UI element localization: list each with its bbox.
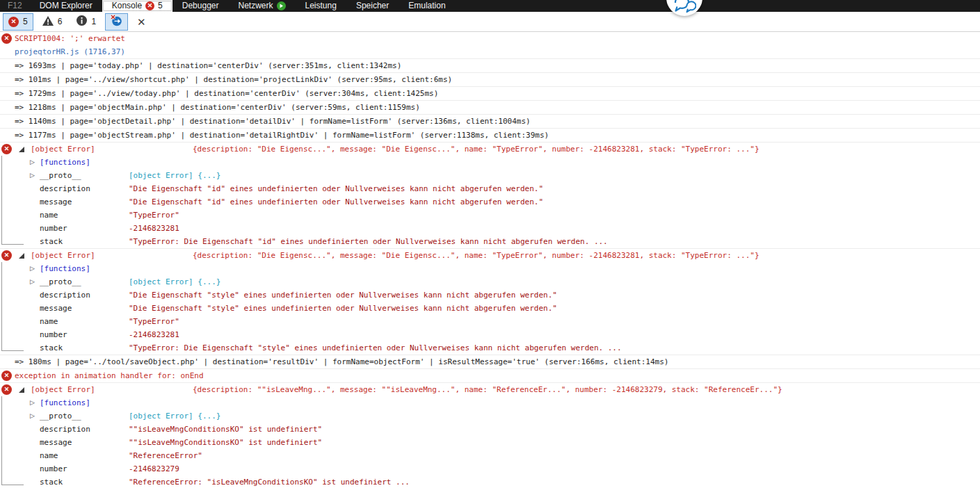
property-name: number — [40, 222, 129, 235]
console-log-row: => 1140ms | page='objectDetail.php' | de… — [0, 115, 980, 128]
property-value: ""isLeaveMngConditionsKO" ist undefinier… — [129, 438, 322, 447]
error-badge-icon: ✕ — [145, 1, 154, 10]
property-value: "TypeError" — [129, 211, 179, 220]
console-entry: ✕[object Error]{description: "Die Eigens… — [0, 143, 980, 249]
object-error-label: [object Error] — [31, 383, 193, 396]
info-filter-button[interactable]: 1 — [71, 13, 102, 31]
property-value: "Die Eigenschaft "id" eines undefinierte… — [129, 197, 543, 206]
console-log-text: => 1218ms | page='objectMain.php' | dest… — [0, 101, 980, 114]
console-log-text: => 1177ms | page='objectStream.php' | de… — [0, 129, 980, 142]
property-name: __proto__ — [40, 275, 129, 288]
object-property-row: name"TypeError" — [0, 209, 980, 222]
console-error-message: SCRIPT1004: ';' erwartet — [0, 32, 980, 45]
clear-on-navigate-icon — [111, 15, 122, 29]
object-property-row: message"Die Eigenschaft "id" eines undef… — [0, 195, 980, 209]
console-log-row: => 1729ms | page='../view/today.php' | d… — [0, 87, 980, 100]
error-object-children: ▷[functions]▷__proto__[object Error] {..… — [0, 156, 980, 248]
property-value: "ReferenceError" — [129, 451, 202, 460]
console-source-row: projeqtorHR.js (1716,37) — [0, 45, 980, 58]
console-entry: => 180ms | page='../tool/saveObject.php'… — [0, 355, 980, 369]
tab-dom-explorer[interactable]: DOM Explorer — [30, 0, 102, 12]
property-name: [functions] — [40, 156, 129, 169]
console-log-text: => 1729ms | page='../view/today.php' | d… — [0, 87, 980, 100]
property-value: [object Error] {...} — [129, 277, 220, 286]
property-name: description — [40, 288, 129, 302]
warning-icon — [42, 16, 54, 28]
collapse-arrow-icon[interactable]: ▷ — [30, 262, 35, 275]
collapse-arrow-icon[interactable]: ▷ — [30, 156, 35, 169]
object-property-row: number-2146823281 — [0, 328, 980, 341]
property-value: -2146823279 — [129, 464, 179, 473]
console-log-row: => 180ms | page='../tool/saveObject.php'… — [0, 355, 980, 368]
expand-arrow-icon[interactable] — [19, 387, 24, 393]
console-entry: => 1140ms | page='objectDetail.php' | de… — [0, 115, 980, 129]
error-icon: ✕ — [1, 33, 12, 44]
object-property-row: number-2146823281 — [0, 222, 980, 235]
devtools-tabbar: F12DOM ExplorerKonsole✕5DebuggerNetzwerk… — [0, 0, 980, 12]
object-property-row: stack"ReferenceError: "isLeaveMngConditi… — [0, 475, 980, 488]
collapse-arrow-icon[interactable]: ▷ — [30, 169, 35, 182]
object-property-row: description"Die Eigenschaft "style" eine… — [0, 288, 980, 302]
warning-filter-button[interactable]: 6 — [37, 13, 68, 31]
console-log-row: => 1177ms | page='objectStream.php' | de… — [0, 129, 980, 142]
console-entry: => 1177ms | page='objectStream.php' | de… — [0, 129, 980, 143]
tab-label: Speicher — [356, 0, 389, 12]
collapse-arrow-icon[interactable]: ▷ — [30, 396, 35, 409]
console-error-row: ✕exception in animation handler for: onE… — [0, 369, 980, 382]
error-icon: ✕ — [8, 17, 19, 27]
console-log-text: => 1140ms | page='objectDetail.php' | de… — [0, 115, 980, 128]
tab-label: Debugger — [182, 0, 219, 12]
tab-label: Netzwerk — [238, 0, 273, 12]
tab-speicher[interactable]: Speicher — [346, 0, 399, 12]
tab-emulation[interactable]: Emulation — [399, 0, 455, 12]
error-object-header: ✕[object Error]{description: ""isLeaveMn… — [0, 383, 980, 396]
tab-label: F12 — [8, 0, 22, 12]
property-value: "TypeError: Die Eigenschaft "style" eine… — [129, 343, 622, 352]
tab-konsole[interactable]: Konsole✕5 — [102, 0, 172, 12]
error-icon: ✕ — [1, 371, 12, 381]
object-property-row: number-2146823279 — [0, 462, 980, 475]
property-name: stack — [40, 341, 129, 355]
console-entry: ✕[object Error]{description: "Die Eigens… — [0, 249, 980, 355]
tab-label: Konsole — [112, 0, 142, 12]
object-error-preview: {description: "Die Eigensc...", message:… — [193, 251, 760, 260]
error-object-header: ✕[object Error]{description: "Die Eigens… — [0, 249, 980, 262]
error-object-header: ✕[object Error]{description: "Die Eigens… — [0, 143, 980, 156]
console-entry: => 1729ms | page='../view/today.php' | d… — [0, 87, 980, 101]
info-icon — [77, 15, 87, 28]
property-name: number — [40, 462, 129, 475]
tab-netzwerk[interactable]: Netzwerk — [228, 0, 295, 12]
collapse-arrow-icon[interactable]: ▷ — [30, 275, 35, 288]
console-log-row: => 1218ms | page='objectMain.php' | dest… — [0, 101, 980, 114]
console-entry: => 1218ms | page='objectMain.php' | dest… — [0, 101, 980, 115]
console-log-text: => 101ms | page='../view/shortcut.php' |… — [0, 73, 980, 86]
expand-arrow-icon[interactable] — [19, 253, 24, 259]
tab-debugger[interactable]: Debugger — [172, 0, 229, 12]
object-property-row: description""isLeaveMngConditionsKO" ist… — [0, 423, 980, 436]
property-name: name — [40, 209, 129, 222]
clear-console-button[interactable]: ✕ — [131, 13, 152, 31]
property-value: ""isLeaveMngConditionsKO" ist undefinier… — [129, 425, 322, 434]
property-value: "Die Eigenschaft "style" eines undefinie… — [129, 304, 557, 313]
object-error-preview: {description: ""isLeaveMng...", message:… — [193, 385, 782, 394]
console-entry: ✕SCRIPT1004: ';' erwartetprojeqtorHR.js … — [0, 32, 980, 59]
collapse-arrow-icon[interactable]: ▷ — [30, 409, 35, 423]
clear-on-navigate-button[interactable] — [105, 13, 128, 31]
property-value: "Die Eigenschaft "id" eines undefinierte… — [129, 184, 543, 193]
expand-arrow-icon[interactable] — [19, 147, 24, 152]
source-link[interactable]: projeqtorHR.js (1716,37) — [0, 45, 980, 58]
property-value: "Die Eigenschaft "style" eines undefinie… — [129, 291, 557, 300]
object-error-label: [object Error] — [31, 249, 193, 262]
console-log-row: => 1693ms | page='today.php' | destinati… — [0, 59, 980, 72]
property-name: __proto__ — [40, 169, 129, 182]
error-icon: ✕ — [1, 250, 12, 261]
error-filter-button[interactable]: ✕5 — [3, 13, 33, 31]
error-object-children: ▷[functions]▷__proto__[object Error] {..… — [0, 262, 980, 355]
property-value: "TypeError: Die Eigenschaft "id" eines u… — [129, 237, 608, 246]
property-value: -2146823281 — [129, 330, 179, 339]
property-name: message — [40, 195, 129, 209]
console-error-row: ✕SCRIPT1004: ';' erwartet — [0, 32, 980, 45]
tab-leistung[interactable]: Leistung — [296, 0, 346, 12]
object-property-row: name"TypeError" — [0, 315, 980, 328]
error-object-children: ▷[functions]▷__proto__[object Error] {..… — [0, 396, 980, 488]
